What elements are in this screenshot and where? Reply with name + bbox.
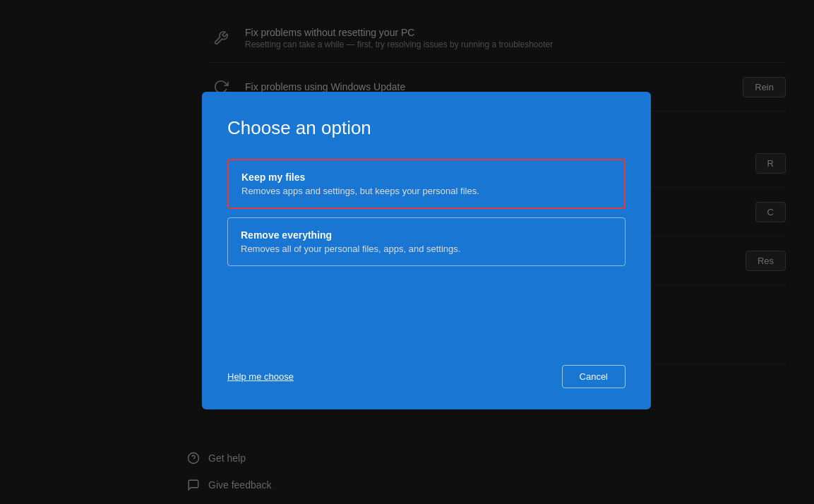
reset-pc-dialog: Choose an option Keep my files Removes a… [202, 92, 651, 409]
keep-files-option[interactable]: Keep my files Removes apps and settings,… [227, 159, 626, 209]
dialog-title: Choose an option [227, 117, 626, 139]
remove-everything-desc: Removes all of your personal files, apps… [241, 244, 612, 254]
keep-files-desc: Removes apps and settings, but keeps you… [241, 186, 611, 196]
help-me-choose-link[interactable]: Help me choose [227, 371, 294, 382]
remove-everything-option[interactable]: Remove everything Removes all of your pe… [227, 217, 626, 266]
cancel-button[interactable]: Cancel [562, 365, 626, 388]
dialog-footer: Help me choose Cancel [227, 365, 626, 388]
keep-files-title: Keep my files [241, 172, 611, 183]
remove-everything-title: Remove everything [241, 229, 612, 241]
